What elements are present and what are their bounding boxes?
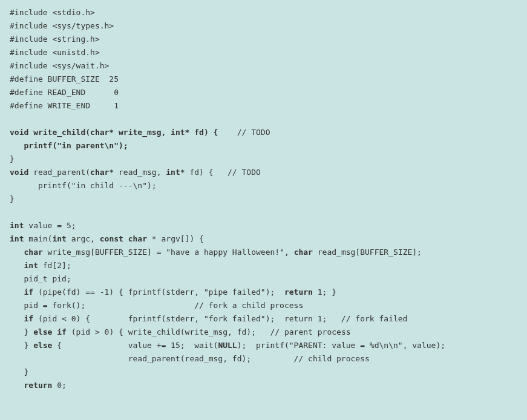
code-line: printf("in child ---\n");	[10, 181, 157, 190]
keyword-char: char	[294, 248, 313, 257]
keyword-const-char: const char	[100, 234, 147, 243]
code-line: int main(int argc, const char * argv[]) …	[10, 234, 204, 243]
code-line: printf("in parent\n");	[10, 141, 128, 150]
keyword-int: int	[10, 261, 38, 270]
code-text: * argv[]) {	[147, 234, 204, 243]
code-line: #include <string.h>	[10, 34, 100, 44]
keyword-char: char	[10, 248, 43, 257]
code-line: pid = fork(); // fork a child process	[10, 301, 303, 310]
code-text: 1; }	[313, 287, 336, 297]
code-text: main(	[24, 234, 52, 243]
keyword-int: int	[166, 168, 180, 177]
code-text: (pid < 0) { fprintf(stderr, "fork failed…	[33, 314, 407, 323]
code-line: #define WRITE_END 1	[10, 101, 119, 110]
code-line: read_parent(read_msg, fd); // child proc…	[10, 354, 370, 363]
code-line: #include <unistd.h>	[10, 48, 100, 57]
keyword-null: NULL	[218, 341, 237, 350]
keyword-void: void	[10, 128, 28, 137]
keyword-char: char	[90, 168, 109, 177]
code-line: int fd[2];	[10, 261, 71, 270]
code-line: }	[10, 194, 15, 203]
keyword-else: else	[33, 341, 52, 350]
code-line: int value = 5;	[10, 221, 76, 230]
code-line: #include <stdio.h>	[10, 8, 95, 17]
keyword-if: if	[10, 287, 33, 297]
code-line: if (pipe(fd) == -1) { fprintf(stderr, "p…	[10, 287, 336, 297]
code-text: * fd) { // TODO	[180, 168, 261, 177]
code-text: { value += 15; wait(	[52, 341, 218, 350]
code-block: #include <stdio.h> #include <sys/types.h…	[10, 6, 517, 392]
code-text: value = 5;	[24, 221, 76, 230]
code-line: #define READ_END 0	[10, 88, 119, 97]
code-line: }	[10, 367, 28, 376]
function-decl: write_child(char* write_msg, int* fd) {	[28, 128, 218, 137]
code-text: argc,	[67, 234, 100, 243]
keyword-int: int	[10, 234, 24, 243]
code-line: #include <sys/types.h>	[10, 21, 114, 30]
code-text: (pipe(fd) == -1) { fprintf(stderr, "pipe…	[33, 287, 284, 297]
code-line: #include <sys/wait.h>	[10, 61, 109, 70]
code-line: pid_t pid;	[10, 274, 71, 283]
code-line: } else { value += 15; wait(NULL); printf…	[10, 341, 445, 350]
code-line: return 0;	[10, 381, 67, 390]
code-text: fd[2];	[38, 261, 71, 270]
code-line: void read_parent(char* read_msg, int* fd…	[10, 168, 261, 177]
code-text: }	[10, 341, 33, 350]
comment: // TODO	[218, 128, 270, 137]
code-text: read_parent(	[28, 168, 90, 177]
code-text: }	[10, 327, 33, 336]
code-line: void write_child(char* write_msg, int* f…	[10, 128, 270, 137]
keyword-else-if: else if	[33, 327, 67, 336]
code-line: #define BUFFER_SIZE 25	[10, 74, 119, 84]
code-line: char write_msg[BUFFER_SIZE] = "have a ha…	[10, 248, 422, 257]
keyword-if: if	[10, 314, 33, 323]
code-text: * read_msg,	[109, 168, 166, 177]
code-text: ); printf("PARENT: value = %d\n\n", valu…	[237, 341, 445, 350]
keyword-return: return	[10, 381, 52, 390]
keyword-return: return	[284, 287, 313, 297]
code-text: (pid > 0) { write_child(write_msg, fd); …	[67, 327, 351, 336]
code-line: if (pid < 0) { fprintf(stderr, "fork fai…	[10, 314, 407, 323]
code-text: 0;	[52, 381, 66, 390]
keyword-int: int	[10, 221, 24, 230]
code-line: } else if (pid > 0) { write_child(write_…	[10, 327, 351, 336]
code-line: }	[10, 154, 15, 163]
code-text: read_msg[BUFFER_SIZE];	[313, 248, 422, 257]
keyword-void: void	[10, 168, 28, 177]
keyword-int: int	[52, 234, 66, 243]
code-text: write_msg[BUFFER_SIZE] = "have a happy H…	[43, 248, 294, 257]
